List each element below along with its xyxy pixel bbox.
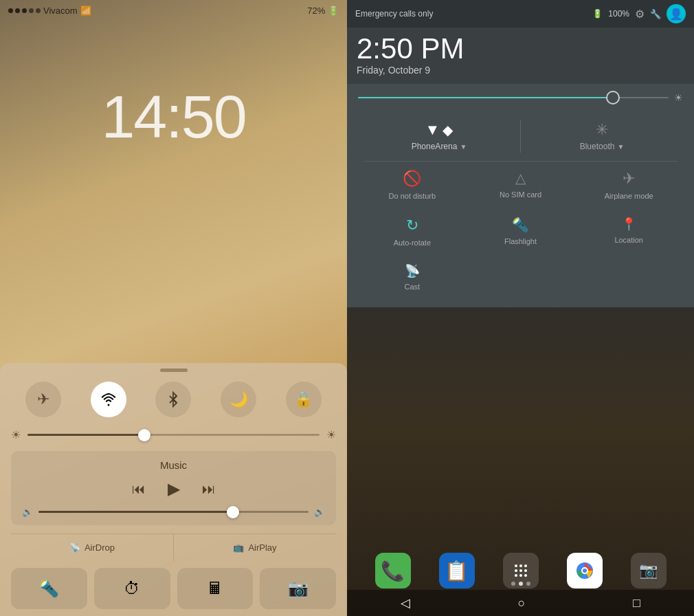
ios-timer-btn[interactable]: ⏱ bbox=[94, 568, 170, 609]
ios-volume-high-icon: 🔊 bbox=[314, 507, 325, 517]
ios-volume-track[interactable] bbox=[38, 511, 309, 513]
svg-point-2 bbox=[519, 564, 522, 567]
android-flashlight-tile[interactable]: 🔦 Flashlight bbox=[467, 208, 575, 255]
ios-music-controls: ⏮ ▶ ⏭ bbox=[22, 479, 325, 498]
android-recents-btn[interactable]: □ bbox=[633, 596, 640, 610]
ios-airdrop-btn[interactable]: 📡 AirDrop bbox=[11, 534, 174, 561]
ios-volume-row: 🔈 🔊 bbox=[22, 507, 325, 517]
android-home-btn[interactable]: ○ bbox=[518, 596, 526, 610]
android-dock-docs[interactable]: 📋 bbox=[439, 553, 475, 588]
android-wifi-icon: ▼ bbox=[425, 121, 440, 139]
android-wifi-bt-row: ▼ ◆ PhoneArena ▼ ✳ Bluetooth ▼ bbox=[358, 114, 683, 158]
android-brightness-track[interactable] bbox=[358, 97, 669, 98]
android-airplane-icon: ✈ bbox=[623, 170, 635, 188]
android-sim-tile[interactable]: △ No SIM card bbox=[467, 162, 575, 208]
ios-wifi-btn[interactable] bbox=[91, 382, 126, 417]
ios-cc-toggles: ✈ 🌙 🔒 bbox=[11, 382, 336, 417]
ios-music-title: Music bbox=[22, 459, 325, 471]
ios-lockscreen: 14:50 bbox=[0, 0, 347, 206]
android-back-btn[interactable]: ◁ bbox=[401, 595, 410, 610]
android-empty-tile-1 bbox=[467, 255, 575, 299]
ios-next-btn[interactable]: ⏭ bbox=[202, 481, 216, 497]
ios-calculator-btn[interactable]: 🖩 bbox=[177, 568, 254, 609]
svg-point-5 bbox=[519, 569, 522, 572]
android-bt-tile[interactable]: ✳ Bluetooth ▼ bbox=[521, 114, 683, 158]
ios-brightness-high-icon: ☀ bbox=[326, 428, 336, 441]
ios-airplay-icon: 📺 bbox=[233, 542, 244, 553]
android-airplane-tile[interactable]: ✈ Airplane mode bbox=[574, 162, 683, 208]
ios-panel: Vivacom 📶 72% 🔋 14:50 ✈ bbox=[0, 0, 347, 616]
android-tiles-row2: ↻ Auto-rotate 🔦 Flashlight 📍 Location bbox=[358, 208, 683, 255]
ios-brightness-row: ☀ ☀ bbox=[11, 428, 336, 441]
android-sim-label: No SIM card bbox=[500, 190, 541, 199]
android-dock-phone[interactable]: 📞 bbox=[375, 553, 411, 588]
android-flashlight-icon: 🔦 bbox=[512, 217, 529, 233]
android-gear-icon[interactable]: ⚙ bbox=[635, 8, 645, 21]
android-dock-camera[interactable]: 📷 bbox=[631, 553, 667, 588]
ios-volume-thumb[interactable] bbox=[227, 506, 239, 518]
android-autorotate-tile[interactable]: ↻ Auto-rotate bbox=[358, 208, 467, 255]
android-location-icon: 📍 bbox=[621, 217, 636, 232]
svg-point-8 bbox=[519, 574, 522, 577]
android-cast-tile[interactable]: 📡 Cast bbox=[358, 255, 467, 299]
ios-music-section: Music ⏮ ▶ ⏭ 🔈 🔊 bbox=[11, 451, 336, 525]
ios-clock: 14:50 bbox=[101, 82, 245, 152]
android-wifi-name: PhoneArena bbox=[412, 142, 458, 151]
android-wifi-top: ▼ ◆ bbox=[425, 121, 454, 139]
android-dnd-label: Do not disturb bbox=[389, 192, 436, 200]
android-cast-label: Cast bbox=[405, 283, 421, 291]
android-time-section: 2:50 PM Friday, October 9 bbox=[347, 28, 694, 84]
android-status-right: 🔋 100% ⚙ 🔧 👤 bbox=[592, 4, 686, 23]
android-dock-apps[interactable] bbox=[503, 553, 539, 588]
android-sim-icon: △ bbox=[515, 170, 526, 186]
ios-airplay-btn[interactable]: 📺 AirPlay bbox=[174, 534, 336, 561]
ios-airplay-label: AirPlay bbox=[248, 542, 276, 553]
ios-brightness-track[interactable] bbox=[27, 434, 320, 436]
android-autorotate-label: Auto-rotate bbox=[394, 239, 431, 247]
svg-point-6 bbox=[524, 569, 527, 572]
ios-brightness-thumb[interactable] bbox=[138, 429, 150, 441]
svg-point-7 bbox=[515, 574, 517, 577]
android-user-avatar[interactable]: 👤 bbox=[667, 4, 686, 23]
android-wifi-label-row: PhoneArena ▼ bbox=[412, 142, 467, 151]
android-panel: Emergency calls only 🔋 100% ⚙ 🔧 👤 2:50 P… bbox=[347, 0, 694, 616]
ios-airplane-btn[interactable]: ✈ bbox=[25, 382, 61, 417]
android-dock-chrome[interactable] bbox=[567, 553, 603, 588]
svg-point-3 bbox=[524, 564, 527, 567]
ios-cc-apps: 🔦 ⏱ 🖩 📷 bbox=[11, 561, 336, 616]
android-wifi-signal-icon: ◆ bbox=[443, 122, 453, 138]
ios-brightness-low-icon: ☀ bbox=[11, 428, 21, 441]
ios-cc-share-row: 📡 AirDrop 📺 AirPlay bbox=[11, 534, 336, 561]
ios-bluetooth-btn[interactable] bbox=[155, 382, 191, 417]
android-wifi-tile[interactable]: ▼ ◆ PhoneArena ▼ bbox=[358, 114, 520, 158]
android-dock: 📞 📋 📷 bbox=[347, 553, 694, 588]
android-tiles-row3: 📡 Cast bbox=[358, 255, 683, 299]
android-date: Friday, October 9 bbox=[357, 65, 684, 76]
android-airplane-label: Airplane mode bbox=[605, 192, 653, 200]
ios-dnd-btn[interactable]: 🌙 bbox=[221, 382, 256, 417]
ios-cc-handle[interactable] bbox=[160, 368, 188, 372]
android-bt-dropdown-icon[interactable]: ▼ bbox=[617, 143, 624, 151]
ios-play-btn[interactable]: ▶ bbox=[168, 479, 180, 498]
ios-prev-btn[interactable]: ⏮ bbox=[132, 481, 146, 497]
svg-point-9 bbox=[524, 574, 527, 577]
android-wifi-dropdown-icon[interactable]: ▼ bbox=[460, 143, 467, 151]
android-dnd-icon: 🚫 bbox=[403, 170, 421, 188]
android-settings2-icon[interactable]: 🔧 bbox=[650, 9, 661, 19]
android-clock: 2:50 PM bbox=[357, 33, 684, 65]
android-bt-icon: ✳ bbox=[596, 121, 608, 139]
android-location-tile[interactable]: 📍 Location bbox=[574, 208, 683, 255]
android-nav-bar: ◁ ○ □ bbox=[347, 590, 694, 616]
android-notification-shade: Emergency calls only 🔋 100% ⚙ 🔧 👤 2:50 P… bbox=[347, 0, 694, 307]
android-battery-icon: 🔋 bbox=[592, 9, 603, 19]
ios-rotation-btn[interactable]: 🔒 bbox=[286, 382, 322, 417]
android-dnd-tile[interactable]: 🚫 Do not disturb bbox=[358, 162, 467, 208]
ios-camera-btn[interactable]: 📷 bbox=[260, 568, 336, 609]
svg-point-1 bbox=[515, 564, 517, 567]
android-brightness-thumb[interactable] bbox=[606, 91, 620, 104]
android-status-bar: Emergency calls only 🔋 100% ⚙ 🔧 👤 bbox=[347, 0, 694, 28]
android-brightness-row: ☀ bbox=[358, 92, 683, 103]
ios-control-center: ✈ 🌙 🔒 ☀ bbox=[0, 363, 347, 616]
ios-flashlight-btn[interactable]: 🔦 bbox=[11, 568, 87, 609]
android-quick-settings: ☀ ▼ ◆ PhoneArena ▼ ✳ bbox=[347, 84, 694, 307]
